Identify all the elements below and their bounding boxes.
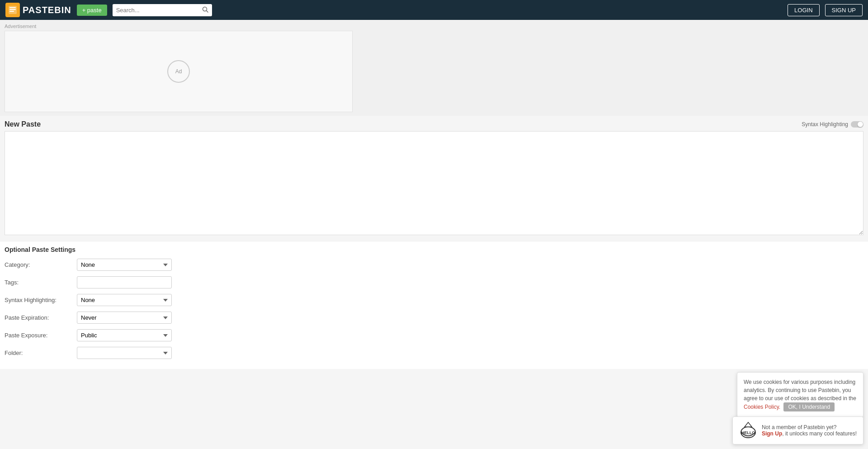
login-button[interactable]: LOGIN (788, 4, 819, 16)
paste-title: New Paste (5, 120, 41, 128)
logo-text: PASTEBIN (23, 5, 71, 15)
exposure-label: Paste Exposure: (5, 332, 77, 339)
pastebin-logo-icon (5, 3, 20, 17)
tags-row: Tags: (5, 276, 863, 288)
signup-button[interactable]: SIGN UP (825, 4, 863, 16)
expiration-row: Paste Expiration: Never (5, 312, 863, 324)
category-label: Category: (5, 261, 77, 268)
search-button[interactable] (198, 4, 212, 16)
search-icon (202, 6, 208, 13)
exposure-select[interactable]: Public (77, 329, 172, 341)
folder-select[interactable] (77, 347, 172, 359)
svg-line-6 (206, 10, 208, 12)
folder-row: Folder: (5, 347, 863, 359)
logo-area[interactable]: PASTEBIN (5, 3, 71, 17)
ad-label: Advertisement (5, 24, 863, 29)
syntax-row: Syntax Highlighting: None (5, 294, 863, 306)
expiration-label: Paste Expiration: (5, 314, 77, 321)
paste-section: New Paste Syntax Highlighting (0, 116, 868, 241)
syntax-toggle-knob (858, 122, 863, 127)
syntax-highlight-area: Syntax Highlighting (802, 121, 863, 128)
category-row: Category: None (5, 259, 863, 271)
paste-header: New Paste Syntax Highlighting (5, 120, 863, 128)
expiration-select[interactable]: Never (77, 312, 172, 324)
search-container (113, 4, 212, 16)
ad-box: Ad (5, 31, 353, 112)
exposure-row: Paste Exposure: Public (5, 329, 863, 341)
main-content: Advertisement Ad New Paste Syntax Highli… (0, 20, 868, 369)
settings-section: Optional Paste Settings Category: None T… (0, 241, 868, 369)
svg-rect-4 (8, 5, 18, 15)
tags-label: Tags: (5, 279, 77, 286)
folder-label: Folder: (5, 350, 77, 356)
syntax-highlighting-label: Syntax Highlighting (802, 121, 848, 128)
settings-title: Optional Paste Settings (5, 246, 863, 253)
ad-section: Advertisement Ad (0, 20, 868, 116)
syntax-select[interactable]: None (77, 294, 172, 306)
new-paste-button[interactable]: + paste (77, 5, 107, 16)
syntax-toggle[interactable] (851, 121, 863, 128)
syntax-label: Syntax Highlighting: (5, 297, 77, 303)
ad-inner: Ad (167, 60, 190, 83)
category-select[interactable]: None (77, 259, 172, 271)
tags-input[interactable] (77, 276, 172, 288)
header: PASTEBIN + paste LOGIN SIGN UP (0, 0, 868, 20)
paste-textarea[interactable] (5, 131, 863, 235)
search-input[interactable] (113, 5, 198, 16)
